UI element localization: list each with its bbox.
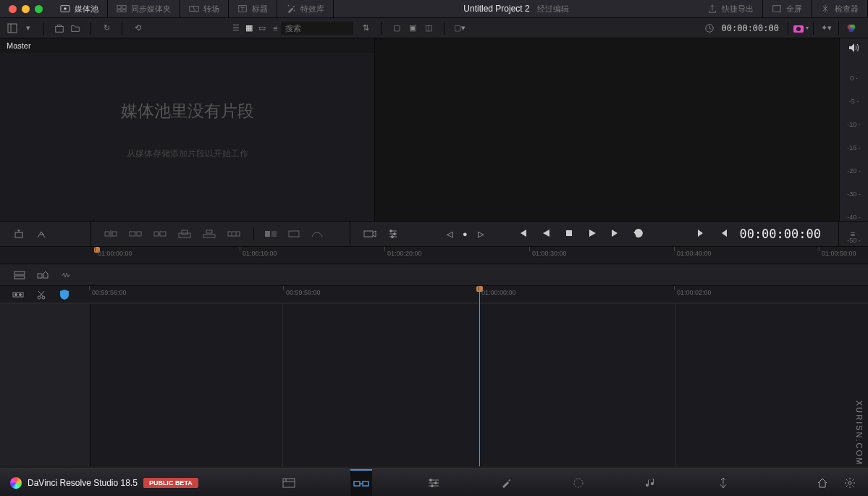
sliders-button[interactable] — [387, 227, 400, 240]
transport-timecode[interactable]: 00:00:00:00 — [729, 227, 831, 241]
fullscreen-label: 全屏 — [786, 4, 802, 14]
lower-timeline-ruler[interactable]: 00:59:56:0000:59:58:0001:00:00:0001:00:0… — [0, 286, 868, 303]
fairlight-page-button[interactable] — [640, 469, 662, 497]
ruler-tick: 01:00:50:00 — [822, 250, 856, 257]
edit-page-button[interactable] — [423, 469, 444, 497]
audio-trim-button[interactable] — [35, 227, 48, 240]
title-label: 标题 — [252, 4, 268, 14]
viewer-panel[interactable] — [375, 38, 839, 221]
metadata-view-button[interactable]: ☰ — [230, 23, 242, 33]
chevron-down-icon[interactable]: ▾ — [22, 22, 35, 35]
tools-dropdown[interactable]: ✦▾ — [817, 21, 835, 35]
maximize-window-button[interactable] — [35, 5, 43, 13]
transition-label: 转场 — [203, 4, 219, 14]
svg-point-46 — [42, 296, 45, 299]
next-marker-button[interactable]: ▷ — [478, 230, 484, 239]
view-mode-buttons: ☰ ▦ ▭ ≡ — [230, 23, 281, 33]
track-options-button[interactable] — [36, 269, 49, 282]
refresh-button[interactable]: ↻ — [100, 22, 113, 35]
loop-button[interactable] — [633, 228, 644, 240]
sync-bin-tab[interactable]: 同步媒体夹 — [108, 0, 180, 18]
inspector-button[interactable]: 检查器 — [812, 0, 868, 18]
svg-rect-22 — [130, 232, 135, 236]
import-folder-button[interactable] — [69, 22, 82, 35]
timeline-options-button[interactable]: ≡ — [846, 227, 859, 240]
close-window-button[interactable] — [9, 5, 17, 13]
stop-button[interactable] — [564, 228, 574, 240]
prev-edit-button[interactable] — [719, 228, 729, 240]
fullscreen-button[interactable]: 全屏 — [763, 0, 812, 18]
effects-tab[interactable]: 特效库 — [277, 0, 334, 18]
import-media-button[interactable] — [53, 22, 66, 35]
prev-marker-button[interactable]: ◁ — [447, 230, 452, 239]
ruler-tools — [0, 247, 90, 264]
source-tape-button[interactable] — [363, 227, 376, 240]
timeline-view-button[interactable] — [13, 269, 26, 282]
svg-rect-5 — [122, 10, 126, 12]
camera-raw-button[interactable]: ▾ — [791, 21, 810, 35]
svg-point-18 — [849, 27, 854, 32]
bypass-color-button[interactable] — [842, 21, 861, 35]
resolution-button[interactable]: ▢ — [390, 22, 403, 35]
list-view-button[interactable]: ≡ — [269, 23, 281, 33]
go-to-end-button[interactable] — [610, 228, 620, 240]
go-to-start-button[interactable] — [518, 228, 528, 240]
svg-rect-27 — [182, 230, 187, 235]
smart-insert-button[interactable] — [104, 227, 117, 240]
thumbnail-view-button[interactable]: ▦ — [243, 23, 255, 33]
ruler-tick: 01:00:00:00 — [98, 250, 132, 257]
svg-rect-32 — [271, 231, 277, 237]
razor-button[interactable] — [35, 288, 48, 301]
speaker-icon[interactable] — [848, 43, 860, 54]
ripple-overwrite-button[interactable] — [153, 227, 167, 240]
play-reverse-button[interactable] — [541, 228, 551, 240]
quick-export-button[interactable]: 快捷导出 — [699, 0, 763, 18]
svg-rect-21 — [112, 232, 117, 236]
fast-review-button[interactable] — [703, 22, 716, 35]
svg-rect-41 — [38, 274, 42, 278]
svg-point-43 — [15, 293, 17, 295]
deliver-page-button[interactable] — [712, 469, 734, 497]
sort-button[interactable]: ⇅ — [359, 22, 372, 35]
effects-label: 特效库 — [300, 4, 324, 14]
viewer-mode-button[interactable]: ▢▾ — [453, 22, 466, 35]
svg-rect-3 — [122, 6, 126, 9]
svg-point-50 — [430, 479, 432, 481]
minimize-window-button[interactable] — [22, 5, 30, 13]
source-overwrite-button[interactable] — [227, 227, 240, 240]
timeline-tracks[interactable] — [90, 303, 868, 466]
boring-detector-button[interactable] — [13, 227, 26, 240]
fusion-page-button[interactable] — [495, 469, 517, 497]
snapping-button[interactable] — [58, 288, 71, 301]
svg-point-15 — [796, 27, 801, 31]
closeup-button[interactable] — [178, 227, 191, 240]
viewer-timecode[interactable]: 00:00:00:00 — [716, 23, 785, 33]
sync-button[interactable]: ⟲ — [131, 22, 144, 35]
title-tab[interactable]: 标题 — [229, 0, 277, 18]
transition-tab[interactable]: 转场 — [180, 0, 229, 18]
svg-point-44 — [20, 293, 22, 295]
audio-waveform-button[interactable] — [59, 269, 72, 282]
timecode-overlay-button[interactable]: ◫ — [422, 22, 435, 35]
project-settings-button[interactable] — [843, 476, 856, 489]
bin-list-button[interactable] — [6, 22, 19, 35]
marker-button[interactable]: ● — [463, 230, 468, 238]
append-button[interactable] — [129, 227, 142, 240]
sync-lock-button[interactable] — [12, 288, 25, 301]
media-page-button[interactable] — [278, 469, 300, 497]
dissolve-button[interactable] — [264, 227, 277, 240]
master-bin-label[interactable]: Master — [0, 38, 374, 53]
media-pool-tab[interactable]: 媒体池 — [51, 0, 108, 18]
search-input[interactable] — [281, 22, 353, 35]
color-page-button[interactable] — [568, 469, 589, 497]
safe-area-button[interactable]: ▣ — [406, 22, 419, 35]
play-button[interactable] — [587, 228, 597, 240]
cut-button[interactable] — [287, 227, 300, 240]
place-on-top-button[interactable] — [203, 227, 216, 240]
home-button[interactable] — [816, 476, 829, 489]
smooth-cut-button[interactable] — [311, 227, 324, 240]
strip-view-button[interactable]: ▭ — [256, 23, 268, 33]
cut-page-button[interactable] — [350, 469, 372, 497]
upper-timeline-ruler[interactable]: 01:00:00:0001:00:10:0001:00:20:0001:00:3… — [0, 247, 868, 264]
next-edit-button[interactable] — [696, 228, 706, 240]
